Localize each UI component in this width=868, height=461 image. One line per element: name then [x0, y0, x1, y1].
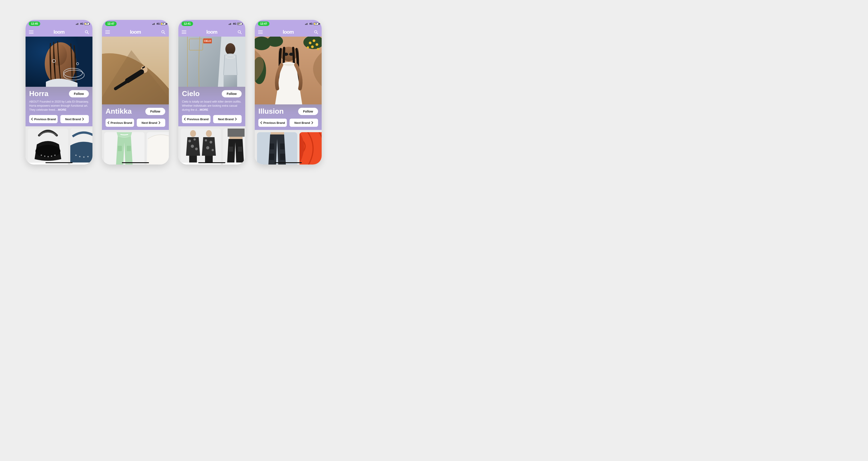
svg-point-102: [289, 53, 293, 56]
svg-rect-44: [118, 146, 122, 151]
home-indicator[interactable]: [198, 162, 225, 163]
product-card[interactable]: Bags (4): [28, 129, 68, 164]
home-indicator[interactable]: [275, 162, 302, 163]
product-label: Jeans (9: [223, 162, 245, 164]
battery-pct: 19: [315, 23, 317, 25]
svg-point-65: [188, 140, 191, 142]
svg-rect-78: [229, 137, 243, 139]
search-icon[interactable]: [84, 30, 89, 35]
product-card[interactable]: Jeans (9: [223, 129, 245, 164]
product-card[interactable]: Jeans (: [70, 129, 92, 164]
svg-rect-80: [238, 147, 242, 152]
svg-point-73: [206, 146, 209, 149]
svg-rect-47: [229, 24, 229, 25]
svg-rect-53: [182, 33, 186, 34]
status-time: 12:47: [105, 22, 117, 26]
search-icon[interactable]: [313, 30, 318, 35]
home-indicator[interactable]: [122, 162, 149, 163]
phone-horra: 12:45 4G 16 loom: [26, 20, 92, 164]
follow-button[interactable]: Follow: [69, 90, 89, 97]
svg-rect-51: [182, 31, 186, 31]
follow-button[interactable]: Follow: [222, 90, 242, 97]
brand-card: Cielo Follow Cielo is totally on board w…: [178, 87, 245, 126]
previous-brand-button[interactable]: Previous Brand: [258, 119, 287, 127]
product-card[interactable]: Cargos (3): [104, 132, 145, 164]
product-card[interactable]: Pants (: [300, 132, 322, 164]
signal-icon: [229, 23, 232, 25]
svg-rect-34: [105, 32, 110, 32]
product-strip[interactable]: Cargos (3) Crewneck: [102, 130, 169, 164]
menu-icon[interactable]: [105, 30, 110, 35]
svg-point-28: [87, 156, 89, 157]
svg-line-37: [164, 33, 165, 34]
brand-title: Horra: [29, 90, 49, 98]
next-brand-button[interactable]: Next Brand: [213, 115, 242, 123]
search-icon[interactable]: [161, 30, 166, 35]
battery-icon: 19: [313, 23, 318, 25]
svg-rect-3: [79, 23, 79, 25]
chevron-right-icon: [82, 118, 84, 120]
svg-rect-84: [308, 23, 308, 25]
phone-cielo: 12:41 4G 26 loom: [178, 20, 245, 164]
product-strip[interactable]: Jeans (2) Pants (: [255, 130, 322, 164]
product-card[interactable]: Jeans (2): [257, 132, 297, 164]
next-label: Next Brand: [142, 121, 157, 124]
follow-button[interactable]: Follow: [298, 108, 318, 115]
svg-rect-105: [270, 144, 274, 149]
follow-button[interactable]: Follow: [145, 108, 165, 115]
menu-icon[interactable]: [29, 30, 34, 35]
product-card[interactable]: Jackets (1): [181, 129, 221, 164]
svg-rect-30: [153, 24, 154, 25]
svg-line-8: [88, 33, 89, 34]
svg-point-67: [191, 145, 194, 148]
more-link[interactable]: MORE: [200, 108, 209, 112]
next-label: Next Brand: [294, 121, 310, 124]
svg-rect-4: [29, 31, 33, 31]
svg-point-26: [79, 156, 81, 157]
status-bar: 12:47 4G 19: [255, 20, 322, 28]
chevron-right-icon: [235, 118, 237, 120]
svg-point-66: [193, 138, 196, 141]
svg-rect-52: [182, 32, 186, 32]
next-brand-button[interactable]: Next Brand: [289, 119, 318, 127]
product-image: [181, 129, 221, 162]
prev-label: Previous Brand: [187, 118, 209, 121]
chevron-left-icon: [260, 121, 262, 124]
svg-point-101: [284, 53, 288, 56]
more-link[interactable]: MORE: [58, 108, 66, 112]
product-image: [257, 132, 297, 164]
product-image: [28, 129, 68, 162]
app-logo: loom: [54, 29, 65, 35]
network-label: 4G: [80, 22, 84, 25]
next-brand-button[interactable]: Next Brand: [137, 119, 165, 127]
product-card[interactable]: Crewneck: [147, 132, 169, 164]
svg-rect-2: [78, 23, 78, 25]
home-indicator[interactable]: [45, 162, 72, 163]
signal-icon: [305, 23, 308, 25]
svg-rect-83: [307, 23, 307, 25]
next-brand-button[interactable]: Next Brand: [60, 115, 89, 123]
svg-rect-5: [29, 32, 33, 32]
svg-line-89: [317, 33, 318, 34]
product-strip[interactable]: Bags (4) Jeans (: [26, 126, 92, 164]
status-right: 4G 16: [76, 22, 89, 25]
svg-rect-107: [269, 154, 274, 160]
product-strip[interactable]: Jackets (1) Jeans (9: [178, 126, 245, 164]
previous-brand-button[interactable]: Previous Brand: [29, 115, 58, 123]
menu-icon[interactable]: [182, 30, 186, 35]
svg-point-18: [35, 145, 60, 157]
brand-title: Antikka: [105, 107, 132, 116]
svg-rect-82: [306, 24, 307, 25]
menu-icon[interactable]: [258, 30, 263, 35]
battery-icon: 26: [237, 23, 242, 25]
brand-card: Illusion Follow Previous Brand Next Bran…: [255, 104, 322, 130]
previous-brand-button[interactable]: Previous Brand: [105, 119, 134, 127]
battery-pct: 26: [239, 23, 241, 25]
chevron-left-icon: [107, 121, 109, 124]
svg-point-74: [212, 149, 214, 151]
phone-illusion: 12:47 4G 19 loom: [255, 20, 322, 164]
chevron-right-icon: [159, 121, 160, 124]
search-icon[interactable]: [237, 30, 242, 35]
previous-brand-button[interactable]: Previous Brand: [182, 115, 211, 123]
phone-antikka: 12:47 4G 18 loom: [102, 20, 169, 164]
